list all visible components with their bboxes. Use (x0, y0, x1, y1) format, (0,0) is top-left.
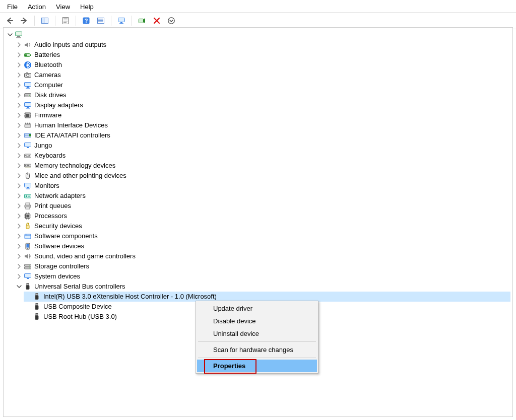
tree-category[interactable]: Monitors (15, 181, 510, 191)
svg-point-97 (29, 265, 30, 266)
tree-category[interactable]: Computer (15, 80, 510, 90)
chevron-right-icon[interactable] (16, 122, 23, 129)
tree-category[interactable]: Jungo (15, 141, 510, 151)
svg-rect-57 (27, 155, 28, 156)
tree-category[interactable]: Disk drives (15, 90, 510, 100)
back-button[interactable] (3, 14, 16, 27)
svg-rect-101 (27, 284, 29, 286)
svg-point-90 (25, 235, 26, 235)
context-properties[interactable]: Properties (197, 360, 317, 372)
device-tree[interactable]: Audio inputs and outputsBatteriesBluetoo… (6, 30, 510, 322)
tree-category[interactable]: Security devices (15, 221, 510, 231)
tree-category[interactable]: Memory technology devices (15, 161, 510, 171)
svg-rect-76 (26, 207, 30, 209)
menu-file[interactable]: File (2, 2, 23, 12)
chevron-right-icon[interactable] (16, 223, 23, 230)
tree-category[interactable]: Software components (15, 231, 510, 241)
chevron-right-icon[interactable] (16, 61, 23, 68)
tree-category[interactable]: Sound, video and game controllers (15, 251, 510, 261)
tree-item-label: Network adapters (33, 191, 87, 201)
tree-item-label: Computer (33, 80, 64, 90)
more-button[interactable] (165, 14, 178, 27)
svg-point-32 (29, 95, 30, 96)
tree-category[interactable]: Display adapters (15, 100, 510, 110)
chevron-right-icon[interactable] (16, 192, 23, 199)
forward-button[interactable] (18, 14, 31, 27)
chevron-right-icon[interactable] (16, 82, 23, 89)
remove-button[interactable] (150, 14, 163, 27)
tree-category[interactable]: Human Interface Devices (15, 120, 510, 130)
chevron-right-icon[interactable] (16, 182, 23, 189)
tree-category[interactable]: Firmware (15, 110, 510, 120)
firmware-icon (24, 111, 32, 119)
tree-item-label: Storage controllers (33, 261, 91, 271)
tree-item-label: Print queues (33, 201, 73, 211)
svg-rect-52 (29, 134, 31, 136)
monitor-icon (24, 182, 32, 190)
tree-category[interactable]: IDE ATA/ATAPI controllers (15, 130, 510, 141)
tree-category[interactable]: Software devices (15, 241, 510, 251)
svg-rect-113 (36, 314, 38, 316)
tree-item-label: Batteries (33, 50, 61, 60)
tree-category[interactable]: Mice and other pointing devices (15, 171, 510, 181)
svg-rect-104 (28, 284, 28, 285)
chevron-right-icon[interactable] (16, 112, 23, 119)
svg-rect-114 (35, 316, 38, 320)
show-hide-tree-button[interactable] (38, 14, 51, 27)
circle-chevron-down-icon (167, 17, 175, 25)
context-update-driver[interactable]: Update driver (197, 302, 317, 315)
tree-category[interactable]: System devices (15, 271, 510, 282)
chevron-right-icon[interactable] (16, 162, 23, 169)
tree-root-node[interactable] (6, 30, 510, 40)
tree-device[interactable]: Intel(R) USB 3.0 eXtensible Host Control… (24, 292, 510, 302)
chevron-right-icon[interactable] (16, 92, 23, 99)
usb-device-icon (33, 303, 41, 311)
context-uninstall-device[interactable]: Uninstall device (197, 327, 317, 340)
chevron-right-icon[interactable] (16, 273, 23, 280)
tree-item-label: Human Interface Devices (33, 120, 109, 130)
tree-category[interactable]: Batteries (15, 50, 510, 60)
menu-view[interactable]: View (51, 2, 75, 12)
security-icon (24, 222, 32, 230)
tree-item-label: Software components (33, 231, 99, 241)
chevron-down-icon[interactable] (16, 283, 23, 290)
chevron-right-icon[interactable] (16, 132, 23, 139)
tree-category[interactable]: Processors (15, 211, 510, 221)
chevron-right-icon[interactable] (16, 172, 23, 179)
svg-rect-23 (25, 54, 27, 56)
tree-category[interactable]: Audio inputs and outputs (15, 40, 510, 50)
chevron-right-icon[interactable] (16, 51, 23, 58)
tree-category[interactable]: Cameras (15, 70, 510, 80)
chevron-right-icon[interactable] (16, 243, 23, 250)
scan-hardware-button[interactable] (136, 14, 149, 27)
chevron-right-icon[interactable] (16, 233, 23, 240)
context-disable-device[interactable]: Disable device (197, 315, 317, 327)
chevron-right-icon[interactable] (16, 263, 23, 270)
chevron-right-icon[interactable] (16, 41, 23, 48)
view-mode-button[interactable] (94, 14, 107, 27)
tree-category[interactable]: Network adapters (15, 191, 510, 201)
chevron-right-icon[interactable] (16, 152, 23, 159)
tree-category[interactable]: Storage controllers (15, 261, 510, 271)
display-button[interactable] (115, 14, 128, 27)
chevron-right-icon[interactable] (16, 253, 23, 260)
svg-rect-78 (27, 215, 29, 218)
tree-item-label: USB Root Hub (USB 3.0) (42, 312, 118, 322)
tree-category[interactable]: Keyboards (15, 151, 510, 161)
menu-help[interactable]: Help (75, 2, 99, 12)
help-button[interactable]: ? (80, 14, 93, 27)
menu-action[interactable]: Action (23, 2, 51, 12)
chevron-right-icon[interactable] (16, 213, 23, 220)
chevron-right-icon[interactable] (16, 102, 23, 109)
properties-button[interactable] (59, 14, 72, 27)
context-scan[interactable]: Scan for hardware changes (197, 343, 317, 356)
tree-category[interactable]: Print queues (15, 201, 510, 211)
chevron-right-icon[interactable] (16, 202, 23, 209)
chevron-right-icon[interactable] (16, 72, 23, 79)
tree-category[interactable]: Bluetooth (15, 60, 510, 70)
chevron-right-icon[interactable] (16, 142, 23, 149)
tree-category[interactable]: Universal Serial Bus controllers (15, 282, 510, 292)
chevron-down-icon[interactable] (7, 31, 14, 38)
tree-item-label: System devices (33, 271, 82, 282)
toolbar-separator (132, 16, 132, 26)
